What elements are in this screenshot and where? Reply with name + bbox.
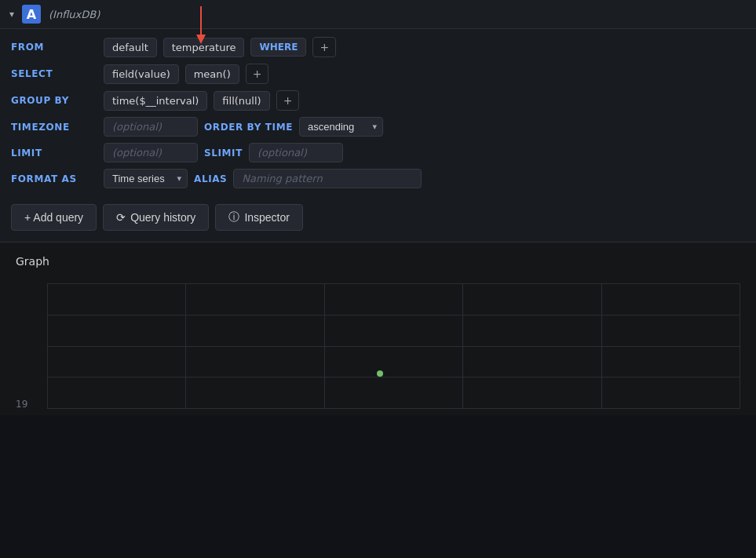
- formatas-alias-row: FORMAT AS Time series Table World map Lo…: [11, 169, 745, 188]
- vgrid-line-6: [740, 283, 740, 409]
- timezone-input[interactable]: (optional): [104, 117, 198, 137]
- limit-label: LIMIT: [11, 148, 97, 159]
- limit-input[interactable]: (optional): [104, 143, 198, 162]
- from-label: FROM: [11, 42, 97, 53]
- query-panel: ▾ A (InfluxDB) FROM default temperature: [0, 0, 756, 243]
- alias-label: ALIAS: [194, 173, 227, 184]
- vgrid-line-3: [324, 283, 325, 409]
- slimit-input[interactable]: (optional): [249, 143, 343, 162]
- select-tag-mean[interactable]: mean(): [185, 64, 239, 84]
- vgrid-line-1: [47, 283, 48, 409]
- query-source: (InfluxDB): [49, 9, 100, 20]
- slimit-label: SLIMIT: [204, 148, 243, 159]
- select-label: SELECT: [11, 68, 97, 79]
- orderbytime-select-wrap: ascending descending ▾: [299, 117, 383, 137]
- from-tag-default[interactable]: default: [104, 38, 157, 57]
- query-actions: + Add query ⟳ Query history ⓘ Inspector: [0, 196, 756, 242]
- graph-area: 19: [47, 283, 740, 409]
- vgrid-line-4: [462, 283, 463, 409]
- groupby-add-button[interactable]: +: [276, 90, 300, 111]
- limit-slimit-row: LIMIT (optional) SLIMIT (optional): [11, 143, 745, 162]
- formatas-select-wrap: Time series Table World map Logs ▾: [104, 169, 188, 188]
- alias-input[interactable]: Naming pattern: [233, 169, 422, 188]
- from-tag-temperature[interactable]: temperature: [163, 38, 245, 57]
- inspector-label: Inspector: [244, 211, 290, 224]
- data-point: [377, 370, 383, 377]
- timezone-orderbytime-row: TIMEZONE (optional) ORDER BY TIME ascend…: [11, 117, 745, 137]
- where-label: WHERE: [250, 38, 306, 57]
- y-label-19: 19: [16, 399, 27, 409]
- history-icon: ⟳: [116, 211, 126, 224]
- from-row: FROM default temperature WHERE +: [11, 37, 745, 57]
- inspector-button[interactable]: ⓘ Inspector: [215, 204, 303, 231]
- groupby-row: GROUP BY time($__interval) fill(null) +: [11, 90, 745, 111]
- query-history-label: Query history: [130, 211, 195, 224]
- timezone-label: TIMEZONE: [11, 122, 97, 133]
- query-rows: FROM default temperature WHERE +: [0, 29, 756, 196]
- graph-section: Graph 19: [0, 243, 756, 415]
- query-letter: A: [22, 5, 41, 24]
- graph-vgrid: [47, 283, 740, 409]
- vgrid-line-5: [601, 283, 602, 409]
- select-add-button[interactable]: +: [246, 64, 269, 84]
- query-header: ▾ A (InfluxDB): [0, 0, 756, 29]
- orderbytime-label: ORDER BY TIME: [204, 122, 293, 133]
- collapse-chevron[interactable]: ▾: [9, 9, 14, 20]
- orderbytime-select[interactable]: ascending descending: [299, 117, 383, 137]
- select-tag-field[interactable]: field(value): [104, 64, 179, 84]
- groupby-label: GROUP BY: [11, 95, 97, 106]
- groupby-tag-time[interactable]: time($__interval): [104, 91, 207, 111]
- query-history-button[interactable]: ⟳ Query history: [103, 204, 209, 231]
- inspector-icon: ⓘ: [228, 210, 239, 224]
- groupby-tag-fill[interactable]: fill(null): [214, 91, 269, 111]
- add-query-button[interactable]: + Add query: [11, 204, 97, 231]
- vgrid-line-2: [185, 283, 186, 409]
- graph-y-labels: 19: [16, 283, 34, 409]
- where-add-button[interactable]: +: [312, 37, 336, 57]
- graph-title: Graph: [16, 255, 740, 268]
- formatas-label: FORMAT AS: [11, 173, 97, 184]
- select-row: SELECT field(value) mean() +: [11, 64, 745, 84]
- formatas-select[interactable]: Time series Table World map Logs: [104, 169, 188, 188]
